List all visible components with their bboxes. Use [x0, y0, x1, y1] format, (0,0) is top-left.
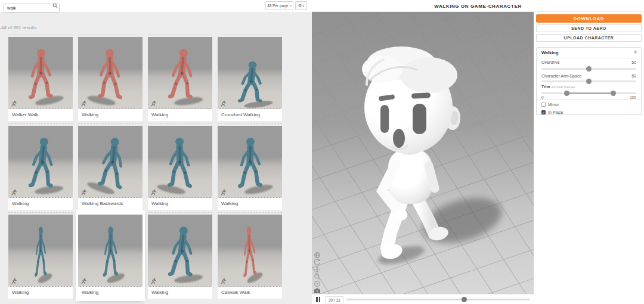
animation-title: Walking	[148, 287, 212, 299]
mannequin-figure	[224, 57, 277, 109]
search-icon[interactable]	[52, 3, 58, 8]
checkbox-box[interactable]	[541, 103, 546, 107]
arm-space-label: Character Arm-Space	[541, 74, 581, 78]
checkbox-box[interactable]: ✓	[541, 110, 546, 114]
reset-icon[interactable]	[313, 280, 321, 287]
per-page-select[interactable]: 48 Per page ▾	[265, 1, 293, 10]
animation-card[interactable]: Walking	[148, 212, 212, 299]
trim-slider[interactable]	[541, 91, 636, 96]
animation-card[interactable]: Walking	[218, 123, 282, 210]
playback-bar: 20 / 31	[312, 294, 534, 304]
run-icon	[220, 278, 227, 284]
run-icon	[11, 278, 17, 284]
pause-button[interactable]	[316, 297, 322, 302]
animation-thumbnail[interactable]	[148, 215, 212, 287]
run-icon	[220, 189, 227, 196]
animation-thumbnail[interactable]	[78, 37, 143, 109]
animation-title: Walking	[8, 198, 73, 210]
chevron-down-icon: ▾	[290, 4, 292, 8]
trim-range-fill	[567, 92, 614, 94]
trim-start-handle[interactable]	[564, 91, 569, 96]
animation-card[interactable]: Walking	[148, 123, 212, 210]
mannequin-figure	[15, 131, 69, 197]
animation-title: Walking	[8, 287, 73, 299]
chevron-down-icon: ▾	[302, 4, 304, 8]
mannequin-figure	[85, 44, 135, 106]
upload-character-button[interactable]: UPLOAD CHARACTER	[536, 34, 642, 42]
animation-name: Walking	[541, 50, 558, 55]
slider-handle[interactable]	[586, 79, 592, 84]
timeline-slider[interactable]	[346, 294, 530, 304]
timeline-handle[interactable]	[462, 297, 467, 302]
animation-title: Walker Walk	[8, 109, 73, 121]
pan-icon[interactable]	[313, 266, 321, 272]
animation-title: Walking	[218, 198, 282, 210]
animation-title: Walking	[148, 198, 212, 210]
globe-icon[interactable]	[313, 252, 321, 258]
animation-thumbnail[interactable]	[8, 126, 73, 198]
animation-thumbnail[interactable]	[218, 37, 282, 109]
overdrive-value: 50	[631, 60, 636, 64]
animation-thumbnail[interactable]	[78, 215, 143, 287]
animation-card[interactable]: Walking	[78, 212, 143, 299]
animation-card[interactable]: Walking	[148, 35, 212, 121]
settings-menu-button[interactable]: ⚙ ▾	[295, 1, 307, 10]
slider-handle[interactable]	[586, 66, 592, 72]
run-icon	[11, 189, 17, 196]
overdrive-slider[interactable]	[541, 66, 636, 72]
in-place-checkbox[interactable]: ✓ In Place	[541, 110, 563, 114]
animation-card[interactable]: Walking	[78, 35, 143, 121]
animation-title: Walking	[78, 109, 143, 121]
divider	[537, 99, 641, 100]
search-field	[4, 1, 60, 10]
animation-thumbnail[interactable]	[218, 126, 282, 198]
overdrive-label: Overdrive	[541, 60, 559, 64]
checkbox-label: Mirror	[548, 103, 559, 107]
mannequin-figure	[155, 133, 205, 195]
animation-thumbnail[interactable]	[8, 37, 73, 109]
animation-settings-panel: Walking ✕ Overdrive 50 Character Arm-Spa…	[536, 47, 642, 115]
trim-label: Trim 32 total frames	[541, 85, 575, 89]
animation-card[interactable]: Walker Walk	[8, 35, 73, 121]
run-icon	[80, 189, 87, 196]
run-icon	[150, 278, 157, 284]
animation-thumbnail[interactable]	[8, 215, 73, 287]
animation-thumbnail[interactable]	[78, 126, 143, 198]
orbit-icon[interactable]	[313, 259, 321, 265]
close-icon[interactable]: ✕	[633, 49, 637, 55]
mirror-checkbox[interactable]: Mirror	[541, 103, 559, 107]
run-icon	[220, 100, 227, 107]
animation-card[interactable]: Walking	[8, 212, 73, 299]
mannequin-figure	[16, 44, 66, 106]
3d-viewport[interactable]	[312, 12, 534, 294]
search-input[interactable]	[4, 4, 60, 13]
arm-space-slider[interactable]	[541, 79, 636, 84]
run-icon	[80, 278, 87, 284]
page-title: WALKING ON GAME-CHARACTER	[312, 4, 644, 9]
run-icon	[150, 189, 157, 196]
animation-card[interactable]: Catwalk Walk	[218, 212, 282, 299]
divider	[536, 45, 642, 45]
mannequin-figure	[28, 222, 53, 284]
mannequin-figure	[225, 133, 275, 195]
mannequin-figure	[154, 220, 209, 286]
mannequin-figure	[234, 221, 264, 285]
send-to-aero-button[interactable]: SEND TO AERO	[536, 24, 642, 32]
animation-card[interactable]: Walking Backwards	[78, 123, 143, 210]
animation-card[interactable]: Walking	[8, 123, 73, 210]
viewport-controls	[313, 252, 321, 294]
per-page-value: 48 Per page	[267, 4, 288, 8]
animation-thumbnail[interactable]	[148, 126, 212, 198]
results-count: 1-48 of 391 results	[0, 25, 36, 30]
camera-icon[interactable]	[313, 287, 321, 294]
download-button[interactable]: DOWNLOAD	[536, 14, 642, 23]
zoom-icon[interactable]	[313, 273, 321, 280]
mannequin-figure	[154, 42, 209, 108]
animation-card[interactable]: Crouched Walking	[218, 35, 282, 121]
export-panel: DOWNLOAD SEND TO AERO UPLOAD CHARACTER W…	[534, 12, 644, 304]
run-icon	[150, 100, 157, 107]
trim-end-handle[interactable]	[611, 91, 616, 96]
animation-thumbnail[interactable]	[148, 37, 212, 109]
mannequin-figure	[84, 131, 141, 198]
animation-thumbnail[interactable]	[218, 215, 282, 287]
